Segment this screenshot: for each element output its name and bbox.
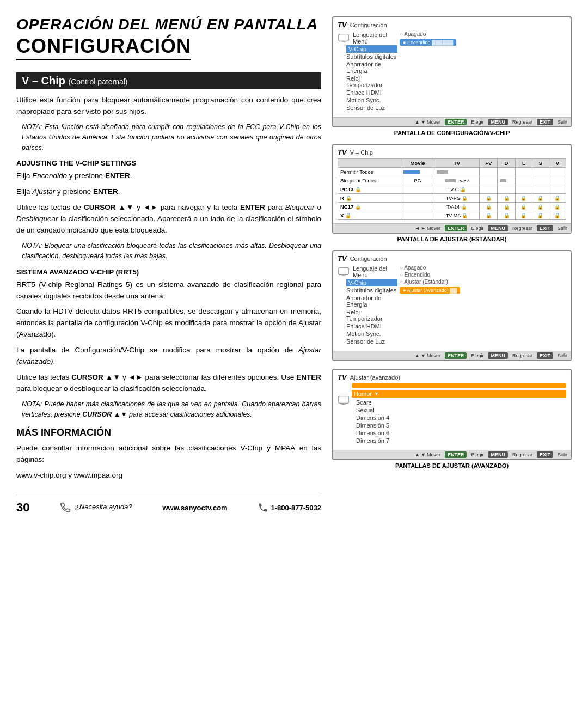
row-r: R 🔒 xyxy=(338,194,401,203)
lock-d-r: 🔒 xyxy=(504,196,510,201)
cell-fv-pt xyxy=(480,168,498,176)
cell-v-r: 🔒 xyxy=(549,194,566,203)
cell-l-pg13 xyxy=(515,185,532,194)
encendido-selected-bar: ● Encendido ▓▓▓▓▓▓ xyxy=(400,39,456,46)
phone-icon xyxy=(60,502,71,513)
row-permitir: Permitir Todos xyxy=(338,168,401,176)
vchip-note2: NOTA: Bloquear una clasificación bloquea… xyxy=(16,241,321,261)
p3-menu-sensor: Sensor de Luz xyxy=(346,338,397,345)
humor-label: Humor xyxy=(354,390,372,397)
cell-tv-y7: TV-Y7 xyxy=(434,176,480,185)
exit-btn-p4[interactable]: EXIT xyxy=(537,451,553,458)
lock-l-r: 🔒 xyxy=(520,196,526,201)
lock-nc17: 🔒 xyxy=(355,204,361,210)
lock-tvma: 🔒 xyxy=(462,213,468,218)
regresar-label-p3: Regresar xyxy=(512,353,532,358)
salir-label-p3: Salir xyxy=(558,353,567,358)
menu-btn-p4[interactable]: MENU xyxy=(488,451,508,458)
panel2-wrapper: TV V – Chip Movie TV FV D L xyxy=(332,144,572,242)
vchip-ratings-table: Movie TV FV D L S V Permitir Tod xyxy=(338,158,566,220)
panel3: TV Configuración Lenguaje del Menú V-Chi… xyxy=(332,250,572,361)
mover-label-p2: Mover xyxy=(427,225,440,231)
menu-btn-p1[interactable]: MENU xyxy=(488,119,508,125)
adj-step1: Elija Encendido y presione ENTER. xyxy=(16,170,321,182)
elegir-label-p3: Elegir xyxy=(471,353,483,358)
cell-d-x: 🔒 xyxy=(498,211,516,220)
cell-v-nc17: 🔒 xyxy=(549,203,566,211)
panel4-selected-item: Humor ▼ xyxy=(352,390,566,398)
p3-opt-estandar: ○ Ajustar (Estándar) xyxy=(400,279,566,285)
enter-btn-p2[interactable]: ENTER xyxy=(445,225,467,231)
menu-btn-p2[interactable]: MENU xyxy=(488,225,508,231)
cell-fv-pg13 xyxy=(480,185,498,194)
salir-label-p4: Salir xyxy=(558,452,567,457)
lock-v-r: 🔒 xyxy=(554,196,560,201)
menu-item-sensor: Sensor de Luz xyxy=(346,104,397,112)
col-header-movie: Movie xyxy=(401,159,434,168)
humor-check: ▼ xyxy=(374,391,379,396)
cell-d-pt xyxy=(498,168,516,176)
panel4-caption: PANTALLAS DE AJUSTAR (AVANZADO) xyxy=(332,462,572,469)
lock-fv-r: 🔒 xyxy=(486,196,492,201)
vchip-note3: NOTA: Puede haber más clasificaciones de… xyxy=(16,399,321,420)
panel1-screen-title: Configuración xyxy=(350,22,387,28)
adv-dim5: Dimensión 5 xyxy=(356,422,566,429)
panel2-tv-logo: TV xyxy=(338,148,347,156)
table-row: R 🔒 TV-PG 🔒 🔒 🔒 🔒 🔒 🔒 xyxy=(338,194,566,203)
enter-btn-p4[interactable]: ENTER xyxy=(445,451,467,458)
elegir-label-p4: Elegir xyxy=(471,452,483,457)
menu-btn-p3[interactable]: MENU xyxy=(488,352,508,359)
menu-item-idioma: Lenguaje del Menú xyxy=(346,31,397,45)
panel3-mover: ▲ ▼ Mover xyxy=(415,353,440,358)
cell-tv-pg: TV-PG 🔒 xyxy=(434,194,480,203)
lock-x: 🔒 xyxy=(345,213,351,218)
radio-encendido-p3: ○ xyxy=(400,272,403,278)
adj-step2-c: . xyxy=(118,187,120,196)
ajustar-avanzado-bar: ● Ajustar (Avanzado) ▓▓ xyxy=(400,287,460,294)
cell-fv-nc17: 🔒 xyxy=(480,203,498,211)
lock-tv14: 🔒 xyxy=(461,204,467,210)
cell-v-pg13 xyxy=(549,185,566,194)
panel3-header: TV Configuración xyxy=(338,254,566,263)
footer-phone: 1-800-877-5032 xyxy=(271,504,321,512)
lock-s-x: 🔒 xyxy=(537,213,543,218)
adv-dim6: Dimensión 6 xyxy=(356,429,566,437)
elegir-label-p1: Elegir xyxy=(471,119,483,125)
enter-btn-p3[interactable]: ENTER xyxy=(445,352,467,359)
panel3-content: Lenguaje del Menú V-Chip Subtítulos digi… xyxy=(338,265,566,347)
cell-m-r xyxy=(401,194,434,203)
cell-pg: PG xyxy=(401,176,434,185)
arrow-down-p4: ▼ xyxy=(421,452,426,457)
exit-btn-p3[interactable]: EXIT xyxy=(537,352,553,359)
cell-tv-14: TV-14 🔒 xyxy=(434,203,480,211)
mover-label: Mover xyxy=(427,119,440,125)
arrow-up-icon: ▲ xyxy=(415,119,420,125)
right-column: TV Configuración Lenguaje del Menú V-Chi… xyxy=(332,16,572,703)
panel4-inner: TV Ajustar (avanzado) Humor xyxy=(333,370,571,450)
col-header-l: L xyxy=(515,159,532,168)
panel1-header: TV Configuración xyxy=(338,21,566,29)
panel4-content: Humor ▼ Scare Sexual Dimensión 4 Dimensi… xyxy=(338,383,566,447)
panel2-header: TV V – Chip xyxy=(338,148,566,156)
panel1-right-options: ○ Apagado ● Encendido ▓▓▓▓▓▓ xyxy=(400,31,566,114)
cell-tv-g: TV-G 🔒 xyxy=(434,185,480,194)
cell-tv-pt xyxy=(434,168,480,176)
p3-opt-encendido: ○ Encendido xyxy=(400,272,566,278)
arrow-right-icon: ► xyxy=(421,225,426,231)
p3-menu-hdmi: Enlace HDMI xyxy=(346,322,397,330)
footer-website: www.sanyoctv.com xyxy=(162,504,227,512)
exit-btn-p2[interactable]: EXIT xyxy=(537,225,553,231)
table-row: Permitir Todos xyxy=(338,168,566,176)
p3-menu-vchip-selected[interactable]: V-Chip xyxy=(346,279,397,286)
panel2-inner: TV V – Chip Movie TV FV D L xyxy=(333,145,571,223)
panel1-content: Lenguaje del Menú V-Chip Subtítulos digi… xyxy=(338,31,566,114)
adj-para1: Utilice las teclas de CURSOR ▲▼ y ◄► par… xyxy=(16,202,321,236)
exit-btn-p1[interactable]: EXIT xyxy=(537,119,553,125)
table-row: Bloquear Todos PG TV-Y7 xyxy=(338,176,566,185)
enter-btn-p1[interactable]: ENTER xyxy=(445,119,467,125)
panel4-screen-title: Ajustar (avanzado) xyxy=(350,374,400,381)
panel1-opt-encendido: ● Encendido ▓▓▓▓▓▓ xyxy=(400,38,566,46)
menu-item-vchip-selected[interactable]: V-Chip xyxy=(346,45,397,53)
vchip-note1: NOTA: Esta función está diseñada para cu… xyxy=(16,122,321,152)
cell-v-bl xyxy=(549,176,566,185)
